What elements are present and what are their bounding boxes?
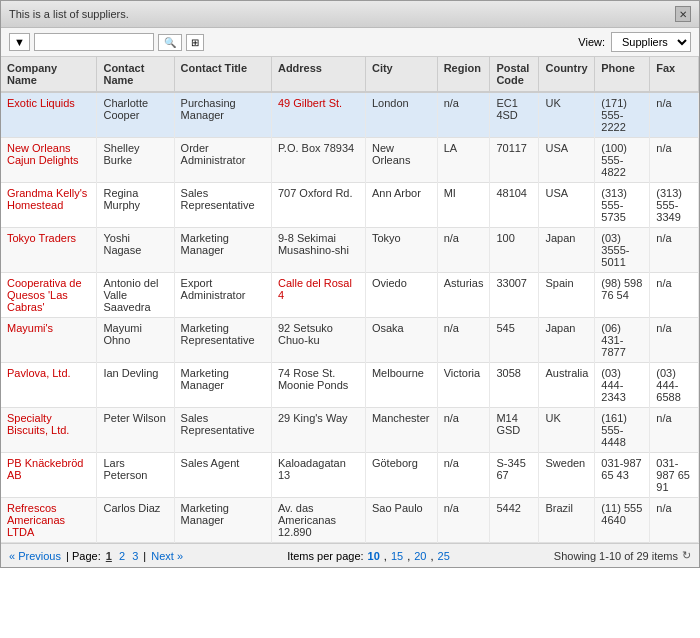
cell-contact_title: Sales Agent [174, 453, 271, 498]
page-sep [114, 550, 117, 562]
address-text: 49 Gilbert St. [278, 97, 342, 109]
cell-contact_title: Marketing Representative [174, 318, 271, 363]
cell-address: 9-8 Sekimai Musashino-shi [271, 228, 365, 273]
cell-country: Australia [539, 363, 595, 408]
cell-address: Kaloadagatan 13 [271, 453, 365, 498]
cell-phone: (03) 444-2343 [595, 363, 650, 408]
company-name-link[interactable]: Grandma Kelly's Homestead [7, 187, 87, 211]
refresh-icon[interactable]: ↻ [682, 549, 691, 562]
company-name-link[interactable]: PB Knäckebröd AB [7, 457, 83, 481]
items-per-page: Items per page: 10, 15, 20, 25 [287, 550, 450, 562]
col-phone: Phone [595, 57, 650, 92]
page-sep3: | [140, 550, 149, 562]
cell-city: Oviedo [365, 273, 437, 318]
items-20-link[interactable]: 20 [414, 550, 426, 562]
cell-contact_name: Antonio del Valle Saavedra [97, 273, 174, 318]
cell-postal_code: S-345 67 [490, 453, 539, 498]
footer: « Previous | Page: 1 2 3 | Next » Items … [1, 543, 699, 567]
nav-dropdown-button[interactable]: ▼ [9, 33, 30, 51]
prev-page-link[interactable]: « Previous [9, 550, 61, 562]
company-name-link[interactable]: Cooperativa de Quesos 'Las Cabras' [7, 277, 82, 313]
cell-company_name: Specialty Biscuits, Ltd. [1, 408, 97, 453]
grid-view-button[interactable]: ⊞ [186, 34, 204, 51]
table-body: Exotic LiquidsCharlotte CooperPurchasing… [1, 92, 699, 543]
cell-contact_title: Order Administrator [174, 138, 271, 183]
cell-fax: n/a [650, 318, 699, 363]
cell-country: UK [539, 92, 595, 138]
cell-city: Göteborg [365, 453, 437, 498]
cell-contact_name: Ian Devling [97, 363, 174, 408]
items-10-link[interactable]: 10 [368, 550, 380, 562]
company-name-link[interactable]: Pavlova, Ltd. [7, 367, 71, 379]
cell-city: Sao Paulo [365, 498, 437, 543]
cell-postal_code: 545 [490, 318, 539, 363]
col-region: Region [437, 57, 490, 92]
cell-city: Ann Arbor [365, 183, 437, 228]
page-label: | Page: [63, 550, 104, 562]
cell-phone: (03) 3555-5011 [595, 228, 650, 273]
main-window: This is a list of suppliers. ✕ ▼ 🔍 ⊞ Vie… [0, 0, 700, 568]
company-name-link[interactable]: Tokyo Traders [7, 232, 76, 244]
cell-company_name: Tokyo Traders [1, 228, 97, 273]
col-postal-code: PostalCode [490, 57, 539, 92]
toolbar-right: View: Suppliers [578, 32, 691, 52]
cell-postal_code: 33007 [490, 273, 539, 318]
cell-country: USA [539, 183, 595, 228]
cell-region: n/a [437, 498, 490, 543]
cell-phone: (11) 555 4640 [595, 498, 650, 543]
page-1-link[interactable]: 1 [106, 550, 112, 562]
table-row: Refrescos Americanas LTDACarlos DiazMark… [1, 498, 699, 543]
cell-postal_code: M14 GSD [490, 408, 539, 453]
cell-city: Tokyo [365, 228, 437, 273]
cell-city: London [365, 92, 437, 138]
cell-fax: n/a [650, 138, 699, 183]
company-name-link[interactable]: Exotic Liquids [7, 97, 75, 109]
cell-contact_name: Regina Murphy [97, 183, 174, 228]
cell-contact_title: Marketing Manager [174, 498, 271, 543]
page-3-link[interactable]: 3 [132, 550, 138, 562]
cell-postal_code: 100 [490, 228, 539, 273]
table-row: Grandma Kelly's HomesteadRegina MurphySa… [1, 183, 699, 228]
cell-country: Japan [539, 228, 595, 273]
items-per-page-label: Items per page: [287, 550, 363, 562]
cell-company_name: Pavlova, Ltd. [1, 363, 97, 408]
items-25-link[interactable]: 25 [438, 550, 450, 562]
cell-phone: (313) 555-5735 [595, 183, 650, 228]
cell-region: Victoria [437, 363, 490, 408]
cell-contact_title: Export Administrator [174, 273, 271, 318]
cell-company_name: Grandma Kelly's Homestead [1, 183, 97, 228]
showing-info-area: Showing 1-10 of 29 items ↻ [554, 549, 691, 562]
company-name-link[interactable]: Mayumi's [7, 322, 53, 334]
search-input[interactable] [34, 33, 154, 51]
table-row: New Orleans Cajun DelightsShelley BurkeO… [1, 138, 699, 183]
cell-region: LA [437, 138, 490, 183]
cell-contact_name: Charlotte Cooper [97, 92, 174, 138]
table-row: Mayumi'sMayumi OhnoMarketing Representat… [1, 318, 699, 363]
cell-fax: (313) 555-3349 [650, 183, 699, 228]
cell-postal_code: 70117 [490, 138, 539, 183]
col-company-name: CompanyName [1, 57, 97, 92]
items-15-link[interactable]: 15 [391, 550, 403, 562]
grid-icon: ⊞ [191, 37, 199, 48]
page-sep2 [127, 550, 130, 562]
cell-phone: (171) 555-2222 [595, 92, 650, 138]
cell-contact_title: Sales Representative [174, 183, 271, 228]
cell-address: 29 King's Way [271, 408, 365, 453]
col-country: Country [539, 57, 595, 92]
page-2-link[interactable]: 2 [119, 550, 125, 562]
company-name-link[interactable]: New Orleans Cajun Delights [7, 142, 79, 166]
cell-fax: n/a [650, 408, 699, 453]
window-title: This is a list of suppliers. [9, 8, 129, 20]
next-page-link[interactable]: Next » [151, 550, 183, 562]
pagination: « Previous | Page: 1 2 3 | Next » [9, 550, 183, 562]
close-button[interactable]: ✕ [675, 6, 691, 22]
suppliers-table: CompanyName ContactName Contact Title Ad… [1, 57, 699, 543]
company-name-link[interactable]: Specialty Biscuits, Ltd. [7, 412, 69, 436]
cell-contact_name: Carlos Diaz [97, 498, 174, 543]
cell-region: Asturias [437, 273, 490, 318]
cell-address: Calle del Rosal 4 [271, 273, 365, 318]
search-button[interactable]: 🔍 [158, 34, 182, 51]
view-select[interactable]: Suppliers [611, 32, 691, 52]
company-name-link[interactable]: Refrescos Americanas LTDA [7, 502, 65, 538]
cell-fax: n/a [650, 273, 699, 318]
